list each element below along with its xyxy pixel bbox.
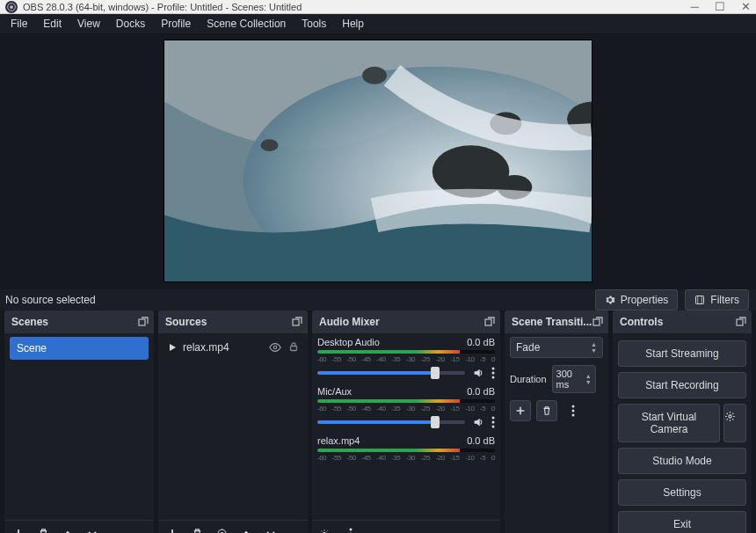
start-recording-button[interactable]: Start Recording xyxy=(618,372,746,398)
channel-menu-button[interactable] xyxy=(491,416,495,428)
svg-point-8 xyxy=(362,67,387,84)
meter-ticks: -60-55-50-45-40-35-30-25-20-15-10-50 xyxy=(317,405,495,413)
virtual-camera-settings-button[interactable] xyxy=(723,404,746,442)
preview-canvas[interactable] xyxy=(164,40,592,282)
start-streaming-button[interactable]: Start Streaming xyxy=(618,340,746,367)
play-icon xyxy=(167,342,178,353)
start-virtual-camera-button[interactable]: Start Virtual Camera xyxy=(618,404,720,442)
svg-point-25 xyxy=(492,376,495,379)
advanced-audio-button[interactable]: ▾ xyxy=(317,525,335,534)
caret-updown-icon: ▲▼ xyxy=(591,341,597,354)
channel-db: 0.0 dB xyxy=(467,337,495,347)
menu-help[interactable]: Help xyxy=(335,14,371,33)
add-source-button[interactable] xyxy=(164,525,181,534)
filters-icon xyxy=(694,295,705,305)
transitions-title: Scene Transiti... xyxy=(512,316,592,328)
meter-ticks: -60-55-50-45-40-35-30-25-20-15-10-50 xyxy=(317,454,495,462)
obs-logo-icon xyxy=(5,1,18,13)
delete-scene-button[interactable] xyxy=(34,525,52,534)
svg-point-24 xyxy=(492,372,495,375)
lock-icon[interactable] xyxy=(288,341,299,354)
transition-menu-button[interactable] xyxy=(563,400,584,421)
duration-label: Duration xyxy=(510,374,547,384)
sources-dock: Sources relax.mp4 xyxy=(158,310,308,533)
popout-icon[interactable] xyxy=(736,317,746,327)
close-button[interactable]: ✕ xyxy=(741,0,751,13)
scenes-title: Scenes xyxy=(11,316,48,328)
gear-icon xyxy=(605,295,615,305)
settings-button[interactable]: Settings xyxy=(618,479,746,506)
transition-select[interactable]: Fade ▲▼ xyxy=(510,337,603,358)
mixer-menu-button[interactable] xyxy=(342,525,360,534)
minimize-button[interactable]: ─ xyxy=(691,0,699,13)
audio-mixer-dock: Audio Mixer Desktop Audio0.0 dB-60-55-50… xyxy=(312,310,500,533)
popout-icon[interactable] xyxy=(138,317,149,327)
speaker-icon[interactable] xyxy=(472,367,484,379)
source-settings-button[interactable] xyxy=(213,525,230,534)
svg-point-30 xyxy=(350,528,353,530)
properties-label: Properties xyxy=(621,294,669,306)
sources-header: Sources xyxy=(158,310,308,333)
move-scene-up-button[interactable] xyxy=(59,525,76,534)
menu-file[interactable]: File xyxy=(4,14,34,33)
speaker-icon[interactable] xyxy=(472,416,484,428)
audio-meter xyxy=(317,449,495,452)
source-toolbar: No source selected Properties Filters xyxy=(0,289,756,310)
volume-slider[interactable] xyxy=(317,420,465,424)
filters-button[interactable]: Filters xyxy=(685,289,749,310)
menu-tools[interactable]: Tools xyxy=(294,14,333,33)
filters-label: Filters xyxy=(710,294,739,306)
channel-db: 0.0 dB xyxy=(467,386,495,397)
transitions-dock: Scene Transiti... Fade ▲▼ Duration 300 m… xyxy=(505,310,608,533)
move-source-up-button[interactable] xyxy=(237,525,255,534)
visibility-icon[interactable] xyxy=(269,341,281,354)
scene-item[interactable]: Scene xyxy=(10,337,149,360)
scenes-header: Scenes xyxy=(4,310,154,333)
source-name: relax.mp4 xyxy=(183,341,229,354)
delete-source-button[interactable] xyxy=(188,525,206,534)
volume-slider[interactable] xyxy=(317,371,465,375)
popout-icon[interactable] xyxy=(484,317,495,327)
move-scene-down-button[interactable] xyxy=(84,525,101,534)
add-scene-button[interactable] xyxy=(10,525,27,534)
maximize-button[interactable]: ☐ xyxy=(715,0,725,13)
audio-meter xyxy=(317,399,495,403)
meter-ticks: -60-55-50-45-40-35-30-25-20-15-10-50 xyxy=(317,355,495,363)
duration-input[interactable]: 300 ms ▲▼ xyxy=(552,365,596,393)
channel-menu-button[interactable] xyxy=(491,367,495,379)
svg-rect-18 xyxy=(291,347,297,351)
move-source-down-button[interactable] xyxy=(262,525,280,534)
svg-rect-13 xyxy=(139,319,145,325)
popout-icon[interactable] xyxy=(292,317,302,327)
svg-point-37 xyxy=(572,410,575,413)
channel-name: Mic/Aux xyxy=(317,386,352,397)
svg-point-28 xyxy=(492,426,495,428)
duration-value: 300 ms xyxy=(556,369,585,390)
source-item[interactable]: relax.mp4 xyxy=(164,337,302,358)
menu-profile[interactable]: Profile xyxy=(154,14,198,33)
svg-point-38 xyxy=(572,414,575,417)
caret-updown-icon: ▲▼ xyxy=(585,373,592,385)
popout-icon[interactable] xyxy=(592,317,603,327)
add-transition-button[interactable] xyxy=(510,400,531,421)
exit-button[interactable]: Exit xyxy=(618,511,746,533)
delete-transition-button[interactable] xyxy=(536,400,557,421)
menubar: File Edit View Docks Profile Scene Colle… xyxy=(0,14,756,34)
svg-point-27 xyxy=(492,421,495,424)
menu-edit[interactable]: Edit xyxy=(36,14,69,33)
mixer-channel: relax.mp40.0 dB-60-55-50-45-40-35-30-25-… xyxy=(317,435,495,462)
menu-scene-collection[interactable]: Scene Collection xyxy=(200,14,293,33)
window-titlebar: OBS 28.0.3 (64-bit, windows) - Profile: … xyxy=(0,0,756,14)
svg-point-17 xyxy=(273,346,277,349)
transitions-header: Scene Transiti... xyxy=(505,310,608,333)
menu-view[interactable]: View xyxy=(70,14,107,33)
svg-rect-22 xyxy=(485,319,491,325)
controls-dock: Controls Start Streaming Start Recording… xyxy=(613,310,752,533)
channel-name: relax.mp4 xyxy=(317,435,360,446)
menu-docks[interactable]: Docks xyxy=(109,14,152,33)
channel-db: 0.0 dB xyxy=(467,435,495,446)
svg-point-36 xyxy=(572,405,575,408)
transition-selected: Fade xyxy=(516,341,540,354)
studio-mode-button[interactable]: Studio Mode xyxy=(618,448,746,474)
properties-button[interactable]: Properties xyxy=(595,289,679,310)
